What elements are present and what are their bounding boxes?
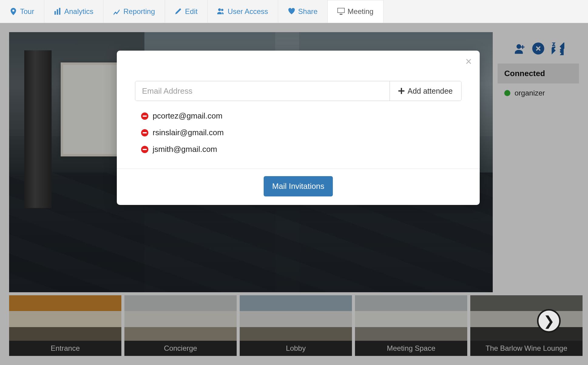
invite-input-group: Add attendee — [135, 81, 461, 101]
mail-invitations-button[interactable]: Mail Invitations — [264, 176, 333, 196]
plus-icon — [398, 88, 404, 94]
heart-icon — [288, 8, 295, 15]
tab-edit[interactable]: Edit — [165, 0, 208, 23]
attendee-list: pcortez@gmail.com rsinslair@gmail.com js… — [135, 101, 461, 160]
tab-reporting[interactable]: Reporting — [103, 0, 165, 23]
attendee-row: pcortez@gmail.com — [141, 111, 461, 121]
close-icon[interactable]: × — [465, 56, 472, 67]
tab-label: Edit — [185, 7, 198, 16]
remove-attendee-icon[interactable] — [141, 129, 148, 136]
tab-label: Tour — [20, 7, 34, 16]
chevron-right-icon: ❯ — [543, 313, 555, 329]
attendee-email: jsmith@gmail.com — [153, 145, 217, 154]
tab-meeting[interactable]: Meeting — [328, 0, 384, 23]
tab-label: Reporting — [123, 7, 155, 16]
tab-label: Meeting — [348, 7, 373, 16]
attendee-row: rsinslair@gmail.com — [141, 128, 461, 137]
tab-share[interactable]: Share — [278, 0, 328, 23]
tab-label: Analytics — [64, 7, 93, 16]
tab-label: User Access — [228, 7, 268, 16]
pin-icon — [10, 8, 17, 15]
tab-label: Share — [298, 7, 318, 16]
attendee-email: rsinslair@gmail.com — [153, 128, 224, 137]
attendee-email: pcortez@gmail.com — [153, 111, 222, 121]
invite-attendees-modal: × Add attendee pcortez@gmail.com rsinsla… — [117, 51, 480, 205]
users-icon — [217, 8, 225, 15]
tab-user-access[interactable]: User Access — [208, 0, 278, 23]
pencil-icon — [175, 8, 182, 15]
attendee-row: jsmith@gmail.com — [141, 145, 461, 154]
next-thumbnails-button[interactable]: ❯ — [537, 309, 561, 333]
line-chart-icon — [113, 8, 120, 15]
bar-chart-icon — [54, 8, 61, 15]
tab-tour[interactable]: Tour — [0, 0, 44, 23]
top-tabbar: Tour Analytics Reporting Edit User Acces… — [0, 0, 588, 23]
remove-attendee-icon[interactable] — [141, 146, 148, 153]
tab-analytics[interactable]: Analytics — [44, 0, 103, 23]
add-attendee-button[interactable]: Add attendee — [390, 81, 461, 101]
add-attendee-label: Add attendee — [407, 87, 453, 95]
monitor-icon — [337, 8, 345, 15]
remove-attendee-icon[interactable] — [141, 112, 148, 120]
email-input[interactable] — [135, 81, 390, 101]
